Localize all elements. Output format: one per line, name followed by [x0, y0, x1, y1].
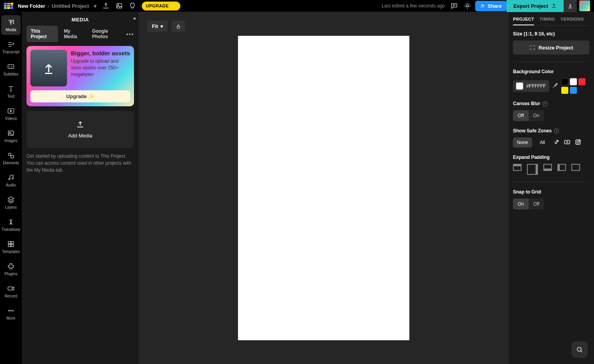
rail-transcript[interactable]: Transcript: [1, 37, 21, 57]
svg-point-21: [577, 141, 579, 143]
rtab-project[interactable]: PROJECT: [513, 17, 534, 25]
side-title: MEDIA: [26, 17, 134, 23]
bg-current-swatch: [516, 83, 523, 90]
lightbulb-icon[interactable]: [129, 2, 136, 10]
svg-rect-4: [8, 65, 14, 69]
bg-color-input[interactable]: #FFFFFF: [513, 80, 549, 92]
tool-rail: Media Transcript Subtitles Text Videos I…: [0, 12, 22, 364]
instagram-icon[interactable]: [575, 139, 582, 147]
rail-videos[interactable]: Videos: [1, 104, 21, 124]
pad-top[interactable]: [513, 164, 522, 171]
swatch-blue[interactable]: [570, 87, 577, 94]
upgrade-button[interactable]: UPGRADE✨: [142, 2, 180, 11]
promo-title: Bigger, bolder assets: [71, 50, 130, 56]
rtab-versions[interactable]: VERSIONS: [561, 17, 583, 25]
rail-layers[interactable]: Layers: [1, 193, 21, 213]
svg-rect-13: [11, 244, 14, 247]
rail-plugins[interactable]: Plugins: [1, 259, 21, 279]
tab-my-media[interactable]: My Media: [60, 26, 86, 42]
collapse-panel-icon[interactable]: ◂: [133, 15, 136, 21]
info-icon[interactable]: ?: [554, 128, 559, 134]
media-hint-text: Get started by uploading content to This…: [26, 153, 134, 174]
app-logo[interactable]: [4, 3, 13, 9]
youtube-icon[interactable]: [564, 139, 571, 147]
svg-point-22: [579, 140, 580, 141]
size-label: Size (1:1, 9:16, etc): [513, 31, 589, 37]
canvas-area: Fit▾: [139, 12, 508, 364]
tiktok-icon[interactable]: [553, 139, 560, 147]
rail-templates[interactable]: Templates: [1, 237, 21, 257]
zoom-fit-button[interactable]: Fit▾: [147, 21, 168, 32]
pad-left[interactable]: [557, 164, 566, 171]
rail-more[interactable]: More: [1, 304, 21, 324]
info-icon[interactable]: ?: [543, 101, 548, 106]
promo-body: Upgrade to upload and store assets over …: [71, 58, 130, 77]
breadcrumb-project[interactable]: Untitled Project: [51, 3, 89, 9]
svg-point-23: [577, 347, 581, 351]
comment-icon[interactable]: [450, 2, 458, 10]
rail-transitions[interactable]: Transitions: [1, 215, 21, 235]
rail-record[interactable]: Record: [1, 281, 21, 301]
rail-subtitles[interactable]: Subtitles: [1, 60, 21, 79]
avatar[interactable]: [579, 0, 590, 11]
gear-icon[interactable]: [464, 2, 471, 10]
properties-panel: PROJECT TIMING VERSIONS Size (1:1, 9:16,…: [508, 12, 594, 364]
tab-google-photos[interactable]: Google Photos: [88, 26, 125, 42]
svg-rect-0: [116, 4, 122, 8]
blur-on[interactable]: On: [529, 110, 544, 121]
svg-point-8: [8, 153, 11, 156]
safe-all[interactable]: All: [536, 137, 549, 148]
canvas[interactable]: [238, 36, 409, 340]
svg-point-16: [11, 310, 12, 311]
more-icon[interactable]: •••: [126, 31, 134, 37]
rail-text[interactable]: Text: [1, 82, 21, 102]
eyedropper-icon[interactable]: [552, 83, 558, 90]
breadcrumb-folder[interactable]: New Folder: [18, 3, 45, 9]
breadcrumb: New Folder › Untitled Project ▾: [18, 3, 97, 9]
svg-rect-18: [177, 26, 180, 28]
svg-point-17: [12, 310, 14, 311]
rail-media[interactable]: Media: [1, 15, 21, 35]
pad-bottom[interactable]: [543, 164, 552, 171]
swatch-white[interactable]: [570, 78, 577, 85]
add-media-button[interactable]: Add Media: [26, 111, 134, 148]
svg-rect-11: [11, 241, 14, 244]
svg-rect-5: [8, 109, 14, 113]
side-panel: MEDIA ◂ This Project My Media Google Pho…: [22, 12, 139, 364]
svg-point-15: [9, 310, 10, 311]
chevron-down-icon: ▾: [160, 23, 163, 29]
export-project-button[interactable]: Export Project: [506, 0, 564, 12]
svg-rect-12: [8, 244, 11, 247]
image-icon[interactable]: [115, 2, 123, 10]
resize-project-button[interactable]: Resize Project: [513, 40, 589, 55]
padding-label: Expand Padding: [513, 155, 589, 160]
safe-none[interactable]: None: [513, 137, 532, 148]
promo-image: [30, 50, 67, 86]
svg-rect-9: [11, 155, 14, 158]
swatch-yellow[interactable]: [561, 87, 568, 94]
pad-right[interactable]: [527, 164, 538, 175]
share-export-icon[interactable]: [102, 2, 110, 10]
search-button[interactable]: [571, 341, 588, 358]
rail-elements[interactable]: Elements: [1, 148, 21, 168]
promo-upgrade-button[interactable]: Upgrade ✨: [30, 90, 130, 102]
pad-none[interactable]: [571, 164, 580, 171]
upgrade-promo: Bigger, bolder assets Upgrade to upload …: [26, 46, 134, 106]
lock-button[interactable]: [172, 21, 185, 32]
chevron-down-icon[interactable]: ▾: [94, 3, 97, 9]
svg-rect-14: [8, 287, 12, 290]
swatch-red[interactable]: [578, 78, 585, 85]
snap-off[interactable]: Off: [529, 199, 544, 209]
download-button[interactable]: [564, 0, 577, 12]
rail-audio[interactable]: Audio: [1, 171, 21, 190]
rtab-timing[interactable]: TIMING: [539, 17, 555, 25]
sparkle-icon: ✨: [170, 4, 176, 9]
swatch-black[interactable]: [561, 78, 568, 85]
snap-on[interactable]: On: [513, 199, 529, 209]
tab-this-project[interactable]: This Project: [26, 26, 58, 42]
blur-label: Canvas Blur?: [513, 101, 589, 106]
rail-images[interactable]: Images: [1, 126, 21, 146]
blur-off[interactable]: Off: [513, 110, 529, 121]
share-button[interactable]: Share: [475, 1, 506, 11]
bg-hex-value: #FFFFFF: [526, 83, 546, 89]
